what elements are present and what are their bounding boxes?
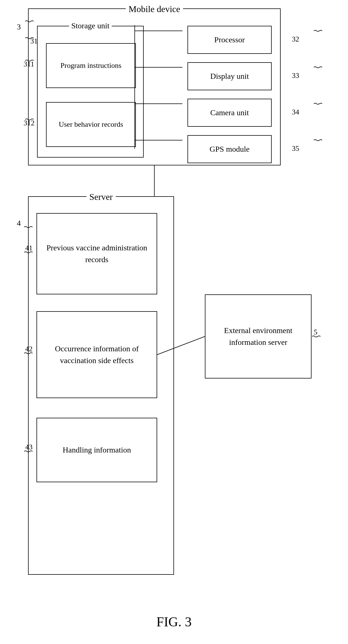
ref-5: 5 [314, 328, 317, 336]
ref-43: 43 [25, 443, 33, 451]
handling-label: Handling information [63, 444, 131, 456]
handling-box: Handling information [36, 418, 157, 482]
display-unit-label: Display unit [210, 71, 249, 82]
program-instructions-box: Program instructions [46, 43, 136, 88]
ref-41: 41 [25, 244, 33, 252]
mobile-device-box: Mobile device Storage unit 311 Program i… [28, 8, 281, 165]
ref-4: 4 [17, 219, 21, 228]
ref-32: 32 [292, 35, 299, 43]
program-instructions-label: Program instructions [60, 61, 121, 71]
display-unit-box: Display unit [187, 62, 272, 90]
ref-312: 312 [24, 119, 35, 127]
gps-module-box: GPS module [187, 135, 272, 163]
prev-vaccine-label: Previous vaccine administration records [37, 242, 157, 266]
user-behavior-box: User behavior records [46, 102, 136, 147]
mobile-device-label: Mobile device [126, 4, 183, 14]
occurrence-box: Occurrence information of vaccination si… [36, 311, 157, 398]
ref-35: 35 [292, 144, 299, 153]
ref-42: 42 [25, 345, 33, 353]
storage-unit-label: Storage unit [69, 21, 112, 30]
external-server-box: External environment information server [205, 294, 312, 378]
occurrence-label: Occurrence information of vaccination si… [37, 343, 157, 366]
processor-label: Processor [214, 35, 245, 44]
ref-34: 34 [292, 108, 299, 116]
processor-box: Processor [187, 26, 272, 54]
prev-vaccine-box: Previous vaccine administration records [36, 213, 157, 294]
storage-unit-box: Storage unit 311 Program instructions 31… [37, 26, 144, 158]
camera-unit-box: Camera unit [187, 99, 272, 127]
fig-label: FIG. 3 [156, 614, 191, 629]
ref-3: 3 [17, 22, 21, 31]
gps-module-label: GPS module [210, 144, 249, 154]
ref-33: 33 [292, 71, 299, 80]
server-label: Server [86, 192, 116, 202]
user-behavior-label: User behavior records [59, 119, 123, 130]
camera-unit-label: Camera unit [210, 107, 249, 118]
diagram-container: 3 Mobile device Storage unit 311 Program… [0, 0, 348, 617]
external-server-label: External environment information server [205, 325, 311, 348]
ref-311: 311 [24, 60, 34, 68]
ref-31: 31 [30, 37, 38, 45]
